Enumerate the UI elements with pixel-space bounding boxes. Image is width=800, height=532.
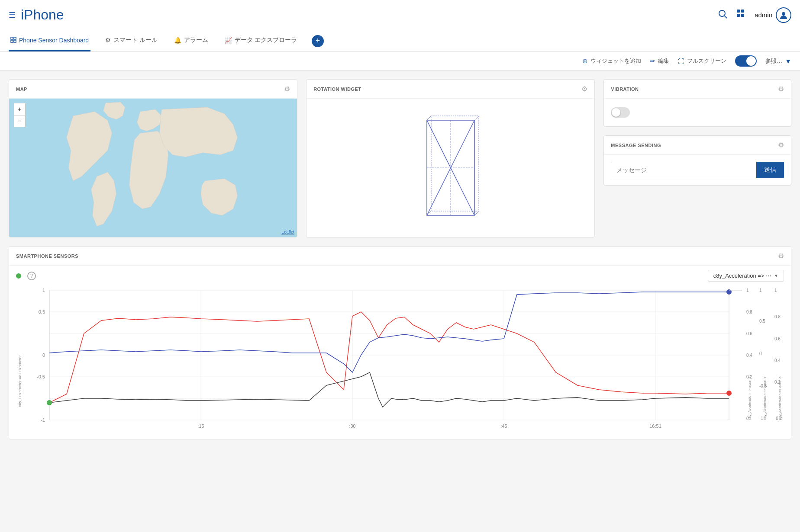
svg-text:16:51: 16:51: [649, 423, 661, 429]
grid-icon[interactable]: [736, 9, 746, 21]
sensor-help-icon[interactable]: ?: [27, 272, 36, 280]
tab-phone-sensor-dashboard[interactable]: Phone Sensor Dashboard: [9, 30, 90, 51]
svg-text:c8y_Acceleration => accel Z: c8y_Acceleration => accel Z: [748, 376, 752, 420]
add-widget-label: ウィジェットを追加: [590, 57, 641, 65]
svg-line-15: [474, 116, 479, 120]
vibration-widget-title: VIBRATION: [611, 87, 639, 92]
search-icon[interactable]: [717, 9, 728, 22]
rotation-gear-icon[interactable]: ⚙: [581, 85, 587, 93]
message-input-row: 送信: [611, 162, 784, 178]
add-tab-button[interactable]: +: [312, 35, 324, 47]
svg-marker-13: [431, 116, 479, 211]
vibration-body: [604, 99, 791, 126]
svg-text:0.4: 0.4: [774, 358, 781, 363]
message-widget-title: MESSAGE SENDING: [611, 143, 661, 148]
svg-text:c8y_Acceleration => accel Y: c8y_Acceleration => accel Y: [763, 376, 767, 420]
map-zoom-in-button[interactable]: +: [13, 103, 26, 115]
app-title: iPhone: [21, 7, 64, 23]
hamburger-icon[interactable]: ☰: [9, 10, 16, 20]
rotation-widget-title: ROTATION WIDGET: [313, 87, 361, 92]
svg-text:1: 1: [42, 288, 45, 293]
svg-text:c8y_Luxometer => Luxometer: c8y_Luxometer => Luxometer: [18, 355, 22, 407]
svg-point-0: [719, 10, 725, 16]
svg-rect-5: [741, 14, 744, 17]
message-send-button[interactable]: 送信: [756, 162, 784, 178]
leaflet-badge[interactable]: Leaflet: [281, 230, 294, 234]
vibration-widget-header: VIBRATION ⚙: [604, 80, 791, 99]
rotation-body: [306, 99, 594, 237]
edit-icon: ✏: [650, 57, 655, 65]
admin-avatar: [776, 7, 791, 23]
fullscreen-button[interactable]: ⛶ フルスクリーン: [678, 57, 726, 65]
add-widget-button[interactable]: ⊕ ウィジェットを追加: [582, 57, 641, 65]
sensor-gear-icon[interactable]: ⚙: [778, 252, 784, 260]
message-input[interactable]: [611, 162, 756, 178]
add-widget-icon: ⊕: [582, 57, 588, 65]
tab-label-smart-rules: スマート ルール: [113, 36, 158, 44]
message-widget-header: MESSAGE SENDING ⚙: [604, 136, 791, 155]
map-widget: MAP ⚙: [9, 79, 297, 237]
svg-text:1: 1: [759, 288, 762, 293]
rotation-widget-header: ROTATION WIDGET ⚙: [306, 80, 594, 99]
svg-text:0.4: 0.4: [746, 353, 752, 358]
sensor-dropdown-label: c8y_Acceleration => ⋯: [713, 272, 771, 279]
lock-toggle-switch[interactable]: [735, 55, 757, 67]
map-widget-header: MAP ⚙: [9, 80, 297, 99]
toolbar: ⊕ ウィジェットを追加 ✏ 編集 ⛶ フルスクリーン 参照… ▼: [0, 52, 800, 71]
tab-data-explorer[interactable]: 📈 データ エクスプローラ: [223, 30, 299, 51]
svg-line-14: [427, 116, 431, 120]
svg-rect-2: [737, 10, 740, 13]
map-gear-icon[interactable]: ⚙: [284, 85, 290, 93]
map-zoom-controls: + −: [13, 103, 26, 127]
svg-text:0.8: 0.8: [746, 310, 752, 314]
svg-text:0: 0: [42, 353, 45, 358]
vibration-widget: VIBRATION ⚙: [603, 79, 791, 127]
svg-rect-4: [737, 14, 740, 17]
map-container: + − Leaflet: [9, 99, 297, 237]
alarm-icon: 🔔: [174, 37, 181, 44]
data-explorer-icon: 📈: [225, 37, 232, 44]
message-gear-icon[interactable]: ⚙: [778, 141, 784, 149]
sensor-widget-header: SMARTPHONE SENSORS ⚙: [9, 247, 791, 266]
reference-button[interactable]: 参照… ▼: [765, 57, 791, 65]
vibration-gear-icon[interactable]: ⚙: [778, 85, 784, 93]
svg-rect-9: [11, 40, 13, 42]
sensor-dropdown-arrow-icon: ▼: [774, 273, 778, 278]
map-zoom-out-button[interactable]: −: [13, 115, 26, 127]
map-widget-title: MAP: [16, 87, 27, 92]
tab-alarm[interactable]: 🔔 アラーム: [172, 30, 210, 51]
dashboard-tab-icon: [10, 37, 16, 44]
svg-line-1: [725, 16, 727, 18]
rotation-widget: ROTATION WIDGET ⚙: [306, 79, 595, 237]
svg-text::30: :30: [349, 423, 355, 429]
sensor-chart: 1 0.5 0 -0.5 -1 :15 :30 :45 16:51: [13, 286, 787, 433]
header-left: ☰ iPhone: [9, 7, 64, 23]
svg-rect-10: [14, 40, 16, 42]
sensor-status-dot: [16, 273, 21, 279]
lock-toggle[interactable]: [735, 55, 757, 67]
svg-point-44: [726, 391, 732, 396]
svg-text:0.5: 0.5: [759, 319, 765, 324]
tab-smart-rules[interactable]: ⚙ スマート ルール: [103, 30, 159, 51]
svg-text:-1: -1: [41, 417, 45, 423]
svg-point-46: [47, 400, 52, 405]
edit-button[interactable]: ✏ 編集: [650, 57, 669, 65]
header-right: admin: [717, 7, 791, 23]
vibration-toggle-switch[interactable]: [611, 107, 630, 118]
svg-text:0.5: 0.5: [39, 309, 45, 314]
admin-area[interactable]: admin: [755, 7, 791, 23]
tab-label-dashboard: Phone Sensor Dashboard: [19, 37, 89, 44]
sensor-dropdown[interactable]: c8y_Acceleration => ⋯ ▼: [708, 270, 784, 282]
svg-rect-7: [11, 37, 13, 39]
message-body: 送信: [604, 155, 791, 185]
svg-text:1: 1: [746, 288, 749, 293]
svg-line-16: [474, 211, 479, 215]
admin-label: admin: [755, 11, 772, 19]
svg-point-6: [782, 12, 785, 16]
reference-chevron-icon: ▼: [785, 58, 791, 65]
right-column: VIBRATION ⚙ MESSAGE SENDING ⚙: [603, 79, 791, 237]
message-widget: MESSAGE SENDING ⚙ 送信: [603, 135, 791, 186]
vibration-toggle[interactable]: [611, 107, 784, 118]
svg-text:-0.5: -0.5: [37, 374, 45, 379]
vibration-toggle-knob: [612, 108, 620, 117]
